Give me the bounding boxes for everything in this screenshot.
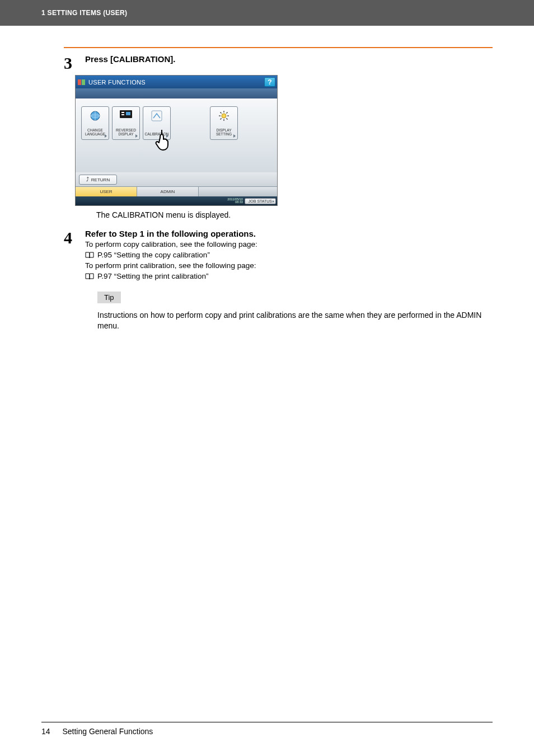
status-time: 08:33 — [227, 201, 243, 204]
svg-line-14 — [226, 112, 227, 114]
step-4-title: Refer to Step 1 in the following operati… — [85, 228, 493, 240]
svg-line-15 — [221, 118, 222, 119]
display-setting-label: DISPLAY SETTING — [216, 128, 232, 136]
step-4-line1: To perform copy calibration, see the fol… — [85, 240, 493, 250]
tip-block: Tip Instructions on how to perform copy … — [97, 292, 493, 331]
page-footer: 14 Setting General Functions — [41, 722, 493, 736]
chevron-right-icon — [135, 134, 138, 138]
titlebar-icon-red — [78, 79, 81, 85]
display-setting-button[interactable]: DISPLAY SETTING — [210, 106, 238, 140]
svg-rect-6 — [152, 111, 162, 121]
step-4: 4 Refer to Step 1 in the following opera… — [64, 228, 493, 331]
svg-rect-3 — [121, 112, 124, 113]
calibration-button[interactable]: CALIBRATION — [143, 106, 171, 140]
step-number-3: 3 — [64, 54, 85, 72]
svg-rect-5 — [126, 112, 130, 115]
calibration-label: CALIBRATION — [145, 132, 169, 136]
tip-label: Tip — [97, 292, 121, 303]
brightness-icon — [218, 110, 229, 121]
job-status-button[interactable]: JOB STATUS — [245, 198, 276, 204]
screenshot-canvas: CHANGE LANGUAGE REVERSED DISPLAY CALIBRA… — [76, 98, 277, 172]
return-label: RETURN — [91, 177, 110, 182]
step-number-4: 4 — [64, 228, 85, 246]
chevron-right-icon — [105, 134, 107, 138]
step-4-ref1: P.95 “Setting the copy calibration” — [97, 250, 210, 260]
job-status-label: JOB STATUS — [249, 199, 272, 203]
section-rule — [64, 47, 493, 48]
titlebar-icon-green — [82, 79, 85, 85]
book-icon — [85, 252, 94, 259]
help-icon: ? — [268, 78, 271, 86]
svg-line-13 — [226, 118, 227, 119]
screenshot-subbar — [76, 88, 277, 98]
header-section-label: 1 SETTING ITEMS (USER) — [41, 9, 127, 17]
return-row: ⤴ RETURN — [76, 172, 277, 186]
return-arrow-icon: ⤴ — [86, 177, 89, 182]
svg-point-7 — [222, 114, 226, 118]
svg-line-12 — [221, 112, 222, 114]
titlebar-icons — [78, 79, 85, 85]
footer-section-title: Setting General Functions — [62, 727, 153, 736]
chevron-right-icon — [166, 134, 168, 138]
calibration-icon — [151, 110, 162, 121]
status-datetime: 2011/05/10 08:33 — [227, 198, 243, 204]
help-button[interactable]: ? — [264, 77, 275, 87]
tab-admin[interactable]: ADMIN — [137, 187, 199, 196]
svg-rect-4 — [121, 114, 124, 115]
change-language-button[interactable]: CHANGE LANGUAGE — [81, 106, 109, 140]
step-3-result-text: The CALIBRATION menu is displayed. — [96, 210, 493, 219]
tab-user[interactable]: USER — [76, 187, 137, 196]
tab-spacer — [199, 187, 277, 196]
change-language-label: CHANGE LANGUAGE — [85, 128, 105, 136]
screenshot-titlebar: USER FUNCTIONS ? — [76, 76, 277, 88]
tab-admin-label: ADMIN — [161, 189, 175, 194]
screenshot-title: USER FUNCTIONS — [88, 79, 146, 86]
globe-icon — [90, 110, 101, 121]
page-number: 14 — [41, 727, 50, 736]
footer-rule — [41, 722, 493, 722]
reversed-display-button[interactable]: REVERSED DISPLAY — [112, 106, 140, 140]
page-header: 1 SETTING ITEMS (USER) — [0, 0, 534, 26]
reversed-display-label: REVERSED DISPLAY — [116, 128, 136, 136]
return-button[interactable]: ⤴ RETURN — [79, 175, 117, 185]
step-3: 3 Press [CALIBRATION]. — [64, 54, 493, 72]
chevron-right-icon — [233, 134, 236, 138]
tab-row: USER ADMIN — [76, 186, 277, 196]
step-4-ref2: P.97 “Setting the print calibration” — [97, 271, 209, 281]
ui-screenshot: USER FUNCTIONS ? CHANGE LANGUAGE REVERSE… — [75, 75, 278, 206]
status-bar: 2011/05/10 08:33 JOB STATUS — [76, 196, 277, 205]
book-icon — [85, 273, 94, 280]
step-3-title: Press [CALIBRATION]. — [85, 54, 493, 65]
step-4-line2: To perform print calibration, see the fo… — [85, 261, 493, 271]
reversed-display-icon — [120, 110, 132, 118]
chevron-right-icon — [273, 200, 274, 203]
tip-text: Instructions on how to perform copy and … — [97, 310, 493, 331]
tab-user-label: USER — [100, 189, 112, 194]
